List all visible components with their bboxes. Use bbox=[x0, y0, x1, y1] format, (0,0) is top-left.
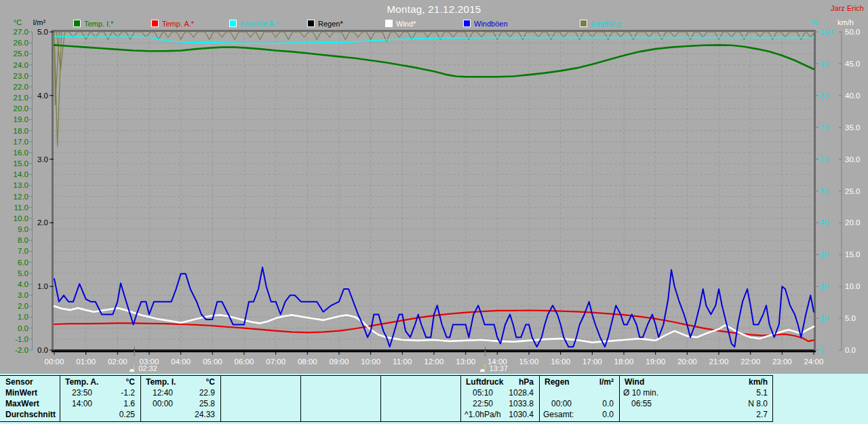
percent-tick-label: 0 bbox=[820, 346, 824, 354]
hour-tick-label: 22:00 bbox=[741, 358, 760, 366]
percent-tick-label: 60 bbox=[820, 155, 829, 163]
table-cell-value: 0.0 bbox=[539, 399, 614, 409]
legend-label-temp-i: Temp. I.* bbox=[84, 20, 113, 28]
table-divider bbox=[380, 375, 381, 422]
legend-label-empfang: Empfang bbox=[591, 20, 620, 28]
percent-tick-label: 20 bbox=[820, 282, 829, 290]
celsius-tick-label: 8.0 bbox=[18, 236, 28, 244]
arrow-down-icon: ↓ bbox=[130, 364, 138, 372]
table-cell-value: N 8.0 bbox=[619, 399, 768, 409]
table-cell-value: 2.7 bbox=[619, 410, 768, 420]
celsius-tick-label: 12.0 bbox=[14, 193, 28, 201]
lm2-tick-label: 0.0 bbox=[37, 346, 48, 354]
table-border-top bbox=[0, 375, 773, 376]
kmh-tick-label: 50.0 bbox=[845, 28, 860, 36]
hour-tick-label: 16:00 bbox=[551, 358, 570, 366]
hour-tick-label: 04:00 bbox=[171, 358, 191, 366]
table-cell-value: 1030.4 bbox=[460, 410, 534, 420]
legend-swatch-temp-a-icon bbox=[151, 20, 159, 27]
celsius-tick-label: 22.0 bbox=[14, 83, 28, 91]
series-empfang bbox=[54, 32, 814, 147]
hour-tick-label: 18:00 bbox=[614, 358, 634, 366]
hour-tick-label: 01:00 bbox=[76, 358, 96, 366]
table-col-unit: hPa bbox=[460, 377, 534, 387]
kmh-tick-label: 20.0 bbox=[845, 218, 860, 227]
hour-tick-label: 09:00 bbox=[330, 358, 349, 366]
table-row-label: Durchschnitt bbox=[5, 410, 57, 420]
hour-tick-label: 02:00 bbox=[108, 358, 127, 366]
celsius-tick-label: -2.0 bbox=[15, 346, 28, 354]
kmh-tick-label: 5.0 bbox=[845, 314, 856, 322]
legend-item-wind: Wind* bbox=[385, 20, 416, 28]
legend-swatch-windboeen-icon bbox=[463, 20, 471, 27]
table-divider bbox=[772, 375, 773, 422]
table-border-bottom bbox=[0, 421, 773, 422]
hour-tick-label: 11:00 bbox=[393, 358, 412, 366]
celsius-tick-label: 4.0 bbox=[18, 280, 28, 288]
statistics-table: SensorMinWertMaxWertDurchschnittTemp. A.… bbox=[0, 374, 868, 424]
table-cell-value: -1.2 bbox=[60, 388, 135, 398]
celsius-tick-label: 2.0 bbox=[18, 302, 28, 310]
hour-tick-label: 08:00 bbox=[298, 358, 317, 366]
lm2-tick-label: 2.0 bbox=[37, 218, 48, 227]
celsius-tick-label: 6.0 bbox=[18, 258, 28, 267]
celsius-tick-label: 26.0 bbox=[14, 39, 28, 47]
hour-tick-label: 21:00 bbox=[709, 358, 729, 366]
page-title: Montag, 21.12.2015 bbox=[0, 3, 868, 15]
percent-tick-label: 10 bbox=[820, 314, 829, 322]
celsius-tick-label: 11.0 bbox=[14, 204, 28, 212]
attribution-label: Jarz Erich bbox=[831, 4, 864, 12]
table-divider bbox=[300, 375, 301, 422]
marker-time-label: 13:37 bbox=[489, 364, 508, 372]
percent-tick-label: 40 bbox=[820, 218, 829, 227]
celsius-tick-label: 9.0 bbox=[18, 225, 28, 233]
chart-region: -2.0-1.00.01.02.03.04.05.06.07.08.09.010… bbox=[0, 0, 868, 375]
celsius-tick-label: 18.0 bbox=[14, 127, 28, 135]
table-col-unit: °C bbox=[140, 377, 215, 387]
celsius-tick-label: 24.0 bbox=[14, 61, 28, 69]
kmh-tick-label: 15.0 bbox=[845, 250, 860, 258]
weather-chart: -2.0-1.00.01.02.03.04.05.06.07.08.09.010… bbox=[0, 0, 868, 375]
celsius-tick-label: 16.0 bbox=[14, 149, 28, 157]
hour-tick-label: 17:00 bbox=[583, 358, 602, 366]
legend-item-regen: Regen* bbox=[307, 20, 343, 28]
kmh-tick-label: 45.0 bbox=[845, 60, 860, 68]
marker-arrow-glyph: ↓ bbox=[132, 362, 136, 371]
kmh-tick-label: 40.0 bbox=[845, 92, 860, 100]
table-col-unit: °C bbox=[60, 377, 135, 387]
celsius-tick-label: 14.0 bbox=[14, 170, 28, 178]
legend-label-temp-a: Temp. A.* bbox=[162, 20, 194, 28]
table-cell-value: 1033.8 bbox=[460, 399, 534, 409]
kmh-tick-label: 25.0 bbox=[845, 187, 860, 195]
percent-tick-label: 30 bbox=[820, 250, 829, 258]
table-cell-value: 0.0 bbox=[539, 410, 614, 420]
legend-item-windboeen: Windböen bbox=[463, 20, 508, 28]
percent-tick-label: 100 bbox=[820, 28, 833, 36]
table-cell-value: 0.25 bbox=[60, 410, 135, 420]
legend-swatch-regen-icon bbox=[307, 20, 315, 27]
hour-tick-label: 10:00 bbox=[361, 358, 380, 366]
celsius-tick-label: 20.0 bbox=[14, 104, 28, 113]
left-axis-unit-lm2: l/m² bbox=[24, 18, 54, 26]
arrow-up-icon: ↑ bbox=[480, 364, 489, 372]
hour-tick-label: 19:00 bbox=[646, 358, 665, 366]
hour-tick-label: 07:00 bbox=[266, 358, 285, 366]
celsius-tick-label: 5.0 bbox=[18, 269, 28, 277]
table-cell-value: 25.8 bbox=[140, 399, 215, 409]
percent-tick-label: 70 bbox=[820, 123, 829, 132]
kmh-tick-label: 0.0 bbox=[845, 346, 856, 354]
legend-swatch-feuchte-a-icon bbox=[229, 20, 237, 27]
legend-label-regen: Regen* bbox=[318, 20, 343, 28]
celsius-tick-label: 13.0 bbox=[14, 181, 28, 189]
lm2-tick-label: 5.0 bbox=[37, 28, 48, 36]
celsius-tick-label: -1.0 bbox=[15, 335, 28, 343]
lm2-tick-label: 3.0 bbox=[37, 155, 48, 163]
marker-arrow-glyph: ↑ bbox=[482, 362, 486, 371]
table-cell-value: 22.9 bbox=[140, 388, 215, 398]
celsius-tick-label: 21.0 bbox=[14, 94, 28, 102]
celsius-tick-label: 0.0 bbox=[18, 324, 28, 332]
legend-swatch-empfang-icon bbox=[580, 20, 587, 27]
lm2-tick-label: 4.0 bbox=[37, 92, 48, 100]
right-axis-unit-kmh: km/h bbox=[831, 18, 861, 26]
lm2-tick-label: 1.0 bbox=[37, 282, 48, 290]
